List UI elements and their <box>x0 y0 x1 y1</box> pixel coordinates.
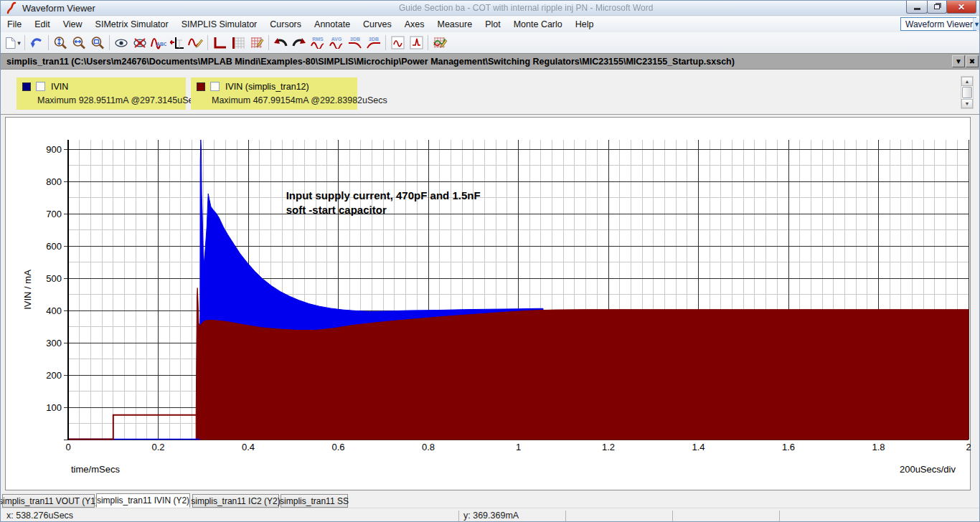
cursor-x-readout: x: 538.276uSecs <box>6 511 73 521</box>
waveform-plot[interactable]: 00.20.40.60.811.21.41.61.821002003004005… <box>6 118 971 491</box>
combo-dropdown-icon[interactable]: ▼ <box>973 18 980 30</box>
zoom-x-extents-button[interactable] <box>70 34 88 52</box>
title-bar[interactable]: Waveform Viewer Guide Section ba - COT w… <box>1 1 980 16</box>
window-title: Waveform Viewer <box>22 3 95 14</box>
minimize-button[interactable] <box>906 1 928 14</box>
menu-item-view[interactable]: View <box>57 16 89 32</box>
edit-grid-button[interactable] <box>248 34 266 52</box>
menu-item-plot[interactable]: Plot <box>479 16 507 32</box>
toolbar-separator <box>385 35 386 50</box>
tab-vout[interactable]: simplis_tran11 VOUT (Y1) <box>2 494 95 508</box>
status-separator <box>672 511 673 521</box>
viewer-mode-combobox[interactable]: Waveform Viewer ▼ <box>900 17 976 31</box>
status-separator <box>779 511 780 521</box>
new-document-button[interactable]: ▾ <box>4 34 22 52</box>
zoom-box-button[interactable] <box>88 34 107 52</box>
curve-checkbox[interactable] <box>210 82 220 91</box>
sine-icon <box>329 42 344 49</box>
rms-button[interactable]: RMS <box>308 34 327 52</box>
toolbar-separator <box>109 35 110 50</box>
show-curve-button[interactable] <box>112 34 131 52</box>
curve-checkbox[interactable] <box>36 82 45 91</box>
zoom-y-icon <box>53 36 68 50</box>
sine-icon <box>311 42 325 49</box>
menu-item-annotate[interactable]: Annotate <box>308 16 357 32</box>
restore-icon <box>934 4 940 9</box>
menu-item-simetrix-simulator[interactable]: SIMetrix Simulator <box>89 16 175 32</box>
svg-text:2: 2 <box>966 442 971 452</box>
menu-item-curves[interactable]: Curves <box>357 16 398 32</box>
scrollbar-thumb[interactable] <box>962 87 972 98</box>
eye-crossed-icon <box>133 37 147 49</box>
previous-zoom-button[interactable] <box>271 34 290 52</box>
restore-button[interactable] <box>927 1 947 14</box>
menu-item-file[interactable]: File <box>1 16 28 32</box>
plot-settings-button[interactable] <box>430 34 449 52</box>
menu-item-simplis-simulator[interactable]: SIMPLIS Simulator <box>175 16 264 32</box>
menu-item-monte-carlo[interactable]: Monte Carlo <box>507 16 569 32</box>
tab-list-dropdown-button[interactable]: ▼ <box>952 55 965 67</box>
next-zoom-button[interactable] <box>290 34 308 52</box>
annotate-curve-button[interactable]: ABC <box>149 34 168 52</box>
toolbar-separator <box>428 35 428 50</box>
svg-text:200: 200 <box>46 370 62 381</box>
viewer-mode-value: Waveform Viewer <box>901 19 973 29</box>
new-document-caret-icon[interactable]: ▾ <box>17 39 21 47</box>
tab-close-button[interactable]: ✖ <box>966 55 979 67</box>
close-icon: ✕ <box>958 3 965 11</box>
menu-item-axes[interactable]: Axes <box>398 16 431 32</box>
curve-label: IVIN (simplis_tran12) <box>225 82 309 92</box>
scroll-down-icon[interactable]: ▼ <box>961 99 973 108</box>
impulse-plot-button[interactable] <box>407 34 425 52</box>
swing-arrow-right-icon <box>291 37 307 49</box>
legend-scrollbar[interactable]: ▲ ▼ <box>961 76 974 109</box>
eye-icon <box>114 37 128 49</box>
scroll-up-icon[interactable]: ▲ <box>961 77 973 86</box>
new-plot-button[interactable] <box>388 34 407 52</box>
add-grid-button[interactable] <box>229 34 248 52</box>
svg-text:900: 900 <box>46 144 62 155</box>
tab-ic2[interactable]: simplis_tran11 IC2 (Y2) <box>192 494 279 508</box>
svg-text:0.8: 0.8 <box>422 442 435 452</box>
toolbar-separator <box>207 35 208 50</box>
highpass-3db-button[interactable]: 3DB <box>364 34 383 52</box>
close-button[interactable]: ✕ <box>946 1 976 14</box>
undo-button[interactable] <box>27 34 46 52</box>
svg-text:0.2: 0.2 <box>151 442 164 452</box>
menu-item-measure[interactable]: Measure <box>430 16 479 32</box>
legend-item-ivin-tran12[interactable]: IVIN (simplis_tran12) Maximum 467.99154m… <box>191 77 357 110</box>
zoom-y-extents-button[interactable] <box>51 34 70 52</box>
svg-text:500: 500 <box>46 273 62 284</box>
background-window-title: Guide Section ba - COT with internal rip… <box>399 3 801 13</box>
status-bar: x: 538.276uSecs y: 369.369mA <box>1 508 980 522</box>
curve-pencil-icon <box>188 36 204 49</box>
curve-measurement: Maximum 467.99154mA @292.83982uSecs <box>212 95 387 105</box>
lowpass-3db-button[interactable]: 3DB <box>346 34 364 52</box>
avg-label: AVG <box>331 37 342 42</box>
legend-item-ivin[interactable]: IVIN Maximum 928.9511mA @297.3145uSecs <box>17 77 186 110</box>
menu-item-edit[interactable]: Edit <box>28 16 57 32</box>
status-separator <box>565 511 566 521</box>
curve-label-icon: ABC <box>151 37 166 49</box>
svg-text:800: 800 <box>46 176 62 187</box>
highpass-curve-icon <box>367 42 381 49</box>
hide-curve-button[interactable] <box>131 34 149 52</box>
curve-ivin-tran12-leadin[interactable] <box>68 415 196 440</box>
avg-button[interactable]: AVG <box>327 34 346 52</box>
add-axis-button[interactable] <box>210 34 229 52</box>
move-axis-button[interactable] <box>168 34 187 52</box>
minimize-icon <box>914 8 920 10</box>
svg-text:Input supply current, 470pF an: Input supply current, 470pF and 1.5nF <box>286 189 481 201</box>
status-separator <box>458 511 459 521</box>
edit-curve-button[interactable] <box>187 34 205 52</box>
menu-item-help[interactable]: Help <box>569 16 600 32</box>
tab-ss[interactable]: simplis_tran11 SS <box>281 494 348 508</box>
tab-ivin[interactable]: simplis_tran11 IVIN (Y2) <box>96 493 190 508</box>
plot-tabs-bar: simplis_tran11 VOUT (Y1) simplis_tran11 … <box>1 493 980 508</box>
toolbar: ▾ ABC <box>1 32 980 53</box>
highpass-3db-label: 3DB <box>369 37 379 42</box>
plot-page-icon <box>391 36 405 49</box>
menu-item-cursors[interactable]: Cursors <box>263 16 308 32</box>
svg-text:400: 400 <box>46 305 62 316</box>
svg-text:soft -start capacitor: soft -start capacitor <box>286 204 387 216</box>
